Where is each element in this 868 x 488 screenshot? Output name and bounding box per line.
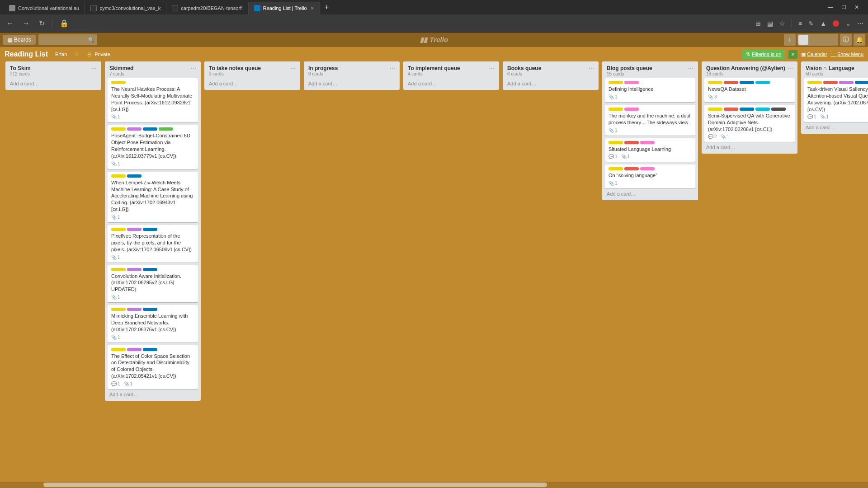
label-red[interactable] <box>624 167 639 170</box>
new-tab-button[interactable]: + <box>320 3 333 11</box>
calendar-link[interactable]: ▦ Calendar <box>801 52 827 57</box>
close-window-button[interactable]: ✕ <box>854 4 859 10</box>
pocket-icon[interactable]: ⌄ <box>845 20 851 27</box>
list-title[interactable]: Blog posts queue <box>607 65 693 71</box>
maximize-button[interactable]: ☐ <box>841 4 846 10</box>
label-pink[interactable] <box>624 81 639 84</box>
star-icon[interactable]: ☆ <box>74 51 79 57</box>
card[interactable]: The Neural Hawkes Process: A Neurally Se… <box>108 78 198 122</box>
add-card-button[interactable]: Add a card… <box>605 188 695 197</box>
list-title[interactable]: To take notes queue <box>209 65 296 71</box>
label-black[interactable] <box>771 108 786 111</box>
browser-tab[interactable]: Reading List | Trello× <box>249 2 320 14</box>
label-yellow[interactable] <box>111 81 126 84</box>
card[interactable]: Mimicking Ensemble Learning with Deep Br… <box>108 305 198 343</box>
label-yellow[interactable] <box>708 81 722 84</box>
browser-tab[interactable]: Convolutional variational au <box>4 2 85 14</box>
label-yellow[interactable] <box>111 268 126 271</box>
notifications-icon[interactable]: ▲ <box>820 20 826 27</box>
browser-tab[interactable]: carpedm20/BEGAN-tensorfl <box>166 2 248 14</box>
label-blue[interactable] <box>143 308 157 311</box>
show-menu-link[interactable]: ⋯ Show Menu <box>831 52 863 57</box>
list-title[interactable]: In progress <box>308 65 395 71</box>
containers-icon[interactable]: ⊞ <box>755 20 761 27</box>
card[interactable]: Defining Intelligence📎 1 <box>605 78 695 102</box>
card[interactable]: Task-driven Visual Saliency and Attentio… <box>804 78 868 122</box>
add-card-button[interactable]: Add a card… <box>704 142 795 151</box>
list-header[interactable]: ⋯To take notes queue3 cards <box>207 64 297 78</box>
label-blue[interactable] <box>143 127 157 131</box>
user-menu[interactable] <box>797 34 838 46</box>
add-card-button[interactable]: Add a card… <box>505 78 596 87</box>
label-purple[interactable] <box>127 268 142 271</box>
card[interactable]: On "solving language"📎 1 <box>605 164 695 188</box>
card[interactable]: Semi-Supervised QA with Generative Domai… <box>704 105 795 142</box>
list-title[interactable]: Books queue <box>507 65 594 71</box>
list-header[interactable]: ⋯Blog posts queue15 cards <box>605 64 695 78</box>
search-input[interactable]: 🔍 <box>38 34 97 45</box>
menu-icon[interactable]: ≡ <box>798 20 802 27</box>
label-blue[interactable] <box>740 81 754 84</box>
reload-button[interactable]: ↻ <box>37 17 47 29</box>
list-menu-icon[interactable]: ⋯ <box>589 65 594 71</box>
label-yellow[interactable] <box>111 174 126 178</box>
card[interactable]: Situated Language Learning💬 1📎 1 <box>605 138 695 162</box>
label-pink[interactable] <box>640 141 655 144</box>
info-button[interactable]: ⓘ <box>840 34 852 46</box>
label-blue[interactable] <box>740 108 754 111</box>
add-card-button[interactable]: Add a card… <box>406 78 496 87</box>
add-card-button[interactable]: Add a card… <box>207 78 297 87</box>
label-yellow[interactable] <box>609 167 623 170</box>
overflow-icon[interactable]: ⋯ <box>857 20 863 27</box>
list-header[interactable]: ⋯Question Answering (@Aylien)18 cards <box>704 64 795 78</box>
label-purple[interactable] <box>839 81 854 84</box>
board-title[interactable]: Reading List <box>5 50 48 58</box>
label-purple[interactable] <box>127 308 142 311</box>
label-sky[interactable] <box>755 108 770 111</box>
list-menu-icon[interactable]: ⋯ <box>489 65 495 71</box>
list-header[interactable]: ⋯In progress8 cards <box>307 64 397 78</box>
add-card-button[interactable]: Add a card… <box>108 389 198 398</box>
list-header[interactable]: ⋯Vision ∩ Language50 cards <box>804 64 868 78</box>
label-green[interactable] <box>159 127 173 131</box>
card[interactable]: PoseAgent: Budget-Constrained 6D Object … <box>108 125 198 169</box>
label-yellow[interactable] <box>609 81 623 84</box>
list-menu-icon[interactable]: ⋯ <box>390 65 395 71</box>
list-menu-icon[interactable]: ⋯ <box>688 65 693 71</box>
browser-tab[interactable]: pymc3/convolutional_vae_k <box>85 2 166 14</box>
list-menu-icon[interactable]: ⋯ <box>290 65 296 71</box>
list-menu-icon[interactable]: ⋯ <box>788 65 793 71</box>
label-purple[interactable] <box>127 228 142 231</box>
label-yellow[interactable] <box>609 108 623 111</box>
filter-indicator[interactable]: ⚗ Filtering is on <box>742 50 785 59</box>
label-blue[interactable] <box>855 81 868 84</box>
board-member[interactable]: Erfan <box>52 51 70 58</box>
clear-filter-button[interactable]: ✕ <box>788 50 797 59</box>
visibility-button[interactable]: 🔒 Private <box>84 51 113 58</box>
label-blue[interactable] <box>143 228 157 231</box>
label-pink[interactable] <box>624 108 639 111</box>
list-header[interactable]: ⋯To implement queue4 cards <box>406 64 496 78</box>
label-red[interactable] <box>823 81 838 84</box>
trello-logo[interactable]: ▮▮ Trello <box>420 36 448 44</box>
label-red[interactable] <box>624 141 639 144</box>
list-title[interactable]: Question Answering (@Aylien) <box>706 65 793 71</box>
card[interactable]: Convolution Aware Initialization. (arXiv… <box>108 265 198 303</box>
card[interactable]: PixelNet: Representation of the pixels, … <box>108 225 198 263</box>
minimize-button[interactable]: — <box>828 4 833 10</box>
label-blue[interactable] <box>127 174 142 178</box>
edit-icon[interactable]: ✎ <box>808 20 814 27</box>
label-blue[interactable] <box>143 348 157 351</box>
label-yellow[interactable] <box>111 228 126 231</box>
label-yellow[interactable] <box>708 108 722 111</box>
add-card-button[interactable]: Add a card… <box>307 78 397 87</box>
list-header[interactable]: ⋯Skimmed7 cards <box>108 64 198 78</box>
reader-icon[interactable]: ▤ <box>767 20 773 27</box>
card[interactable]: When Lempel-Ziv-Welch Meets Machine Lear… <box>108 172 198 222</box>
list-menu-icon[interactable]: ⋯ <box>91 65 97 71</box>
label-yellow[interactable] <box>111 348 126 351</box>
card[interactable]: The monkey and the machine: a dual proce… <box>605 105 695 136</box>
create-button[interactable]: + <box>784 34 796 46</box>
label-yellow[interactable] <box>111 308 126 311</box>
label-blue[interactable] <box>143 268 157 271</box>
